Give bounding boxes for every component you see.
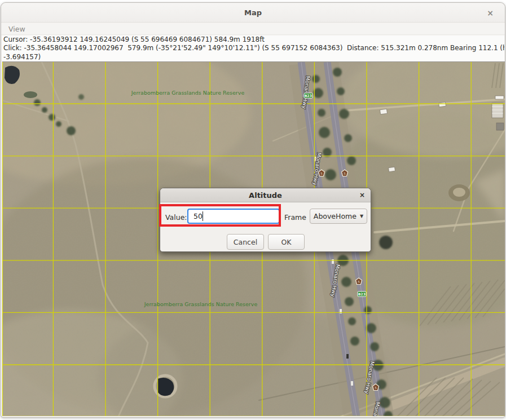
cursor-status-text: Cursor: -35.36193912 149.16245049 (S 55 … [3,36,504,44]
shield-number: 5 [358,280,360,284]
text-caret [203,211,203,221]
frame-dropdown[interactable]: AboveHome ▼ [310,209,367,224]
altitude-dialog: Altitude × Value: Frame AboveHome ▼ Canc… [160,188,371,252]
window-title: Map [244,8,262,17]
reserve-label: Jerrabomberra Grasslands Nature Reserve [131,90,245,96]
window-close-icon[interactable]: × [485,8,495,18]
cancel-button[interactable]: Cancel [227,234,264,250]
click-status-text-wrap: -3.694157) [3,53,504,61]
route-badge-b23: B23 [305,94,312,98]
ok-button[interactable]: OK [268,234,305,250]
frame-label: Frame [284,213,306,222]
click-status-text: Click: -35.36458044 149.17002967 579.9m … [3,44,504,52]
frame-dropdown-value: AboveHome [314,212,357,220]
menubar: View [1,23,505,35]
value-input[interactable] [187,209,280,224]
route-badge-b23: B23 [358,292,366,296]
altitude-dialog-title: Altitude [249,191,282,200]
altitude-dialog-titlebar[interactable]: Altitude × [160,188,371,202]
value-input-wrap [187,209,280,224]
shield-number: 5 [320,172,323,175]
dialog-close-icon[interactable]: × [359,191,365,199]
shield-number: 5 [375,386,377,390]
menu-view[interactable]: View [1,25,33,33]
chevron-down-icon: ▼ [360,214,363,219]
altitude-dialog-body: Value: Frame AboveHome ▼ Cancel OK [160,202,371,251]
window-titlebar[interactable]: Map × [1,3,505,23]
shield-number: 5 [344,172,346,175]
value-label: Value: [165,213,187,222]
status-bar: Cursor: -35.36193912 149.16245049 (S 55 … [2,36,504,61]
reserve-label: Jerrabomberra Grasslands Nature Reserve [144,301,258,307]
